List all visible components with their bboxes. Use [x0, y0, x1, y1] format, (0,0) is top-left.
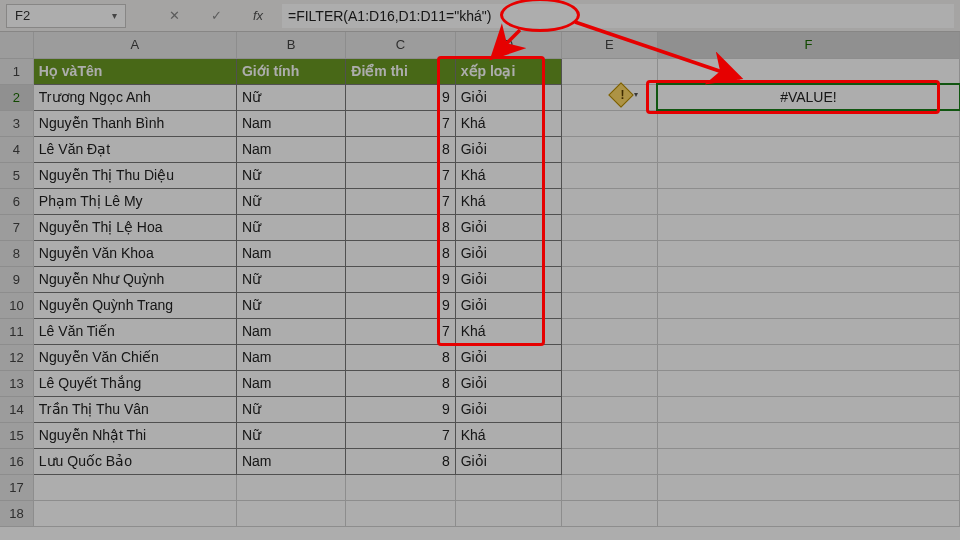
- cell[interactable]: [33, 500, 236, 526]
- cell[interactable]: Phạm Thị Lê My: [33, 188, 236, 214]
- row-header[interactable]: 9: [0, 266, 33, 292]
- row-header[interactable]: 8: [0, 240, 33, 266]
- cell[interactable]: Nữ: [236, 396, 345, 422]
- cell[interactable]: [561, 474, 657, 500]
- cell[interactable]: Nguyễn Quỳnh Trang: [33, 292, 236, 318]
- cell[interactable]: [561, 318, 657, 344]
- select-all-corner[interactable]: [0, 32, 33, 58]
- cell[interactable]: [561, 58, 657, 84]
- row-header[interactable]: 12: [0, 344, 33, 370]
- cell[interactable]: Giỏi: [455, 292, 561, 318]
- cell[interactable]: 9: [346, 396, 455, 422]
- cell[interactable]: [455, 474, 561, 500]
- cell[interactable]: Nữ: [236, 422, 345, 448]
- worksheet[interactable]: A B C D E F 1 Họ vàTên Giới tính Điểm th…: [0, 32, 960, 527]
- enter-check-icon[interactable]: ✓: [198, 8, 234, 23]
- selected-cell-f2[interactable]: #VALUE!: [657, 84, 959, 110]
- cell[interactable]: [657, 110, 959, 136]
- error-indicator[interactable]: ! ▾: [612, 90, 638, 99]
- cell[interactable]: Khá: [455, 318, 561, 344]
- row-header[interactable]: 11: [0, 318, 33, 344]
- cell[interactable]: [346, 500, 455, 526]
- row-header[interactable]: 13: [0, 370, 33, 396]
- cell[interactable]: Khá: [455, 110, 561, 136]
- cell[interactable]: 8: [346, 370, 455, 396]
- cell[interactable]: [657, 370, 959, 396]
- cell[interactable]: Khá: [455, 188, 561, 214]
- cell[interactable]: 7: [346, 422, 455, 448]
- cell[interactable]: [657, 162, 959, 188]
- cell[interactable]: Nguyễn Văn Chiến: [33, 344, 236, 370]
- cell[interactable]: [657, 318, 959, 344]
- cell[interactable]: [561, 500, 657, 526]
- cell[interactable]: Giỏi: [455, 344, 561, 370]
- cell[interactable]: [33, 474, 236, 500]
- row-header[interactable]: 7: [0, 214, 33, 240]
- cell[interactable]: [657, 266, 959, 292]
- cell[interactable]: Giỏi: [455, 370, 561, 396]
- cell[interactable]: [657, 396, 959, 422]
- cell[interactable]: [657, 136, 959, 162]
- row-header[interactable]: 16: [0, 448, 33, 474]
- cell[interactable]: Nam: [236, 136, 345, 162]
- cell[interactable]: [657, 188, 959, 214]
- cell[interactable]: 7: [346, 188, 455, 214]
- cell[interactable]: [657, 448, 959, 474]
- cell[interactable]: [236, 500, 345, 526]
- fx-icon[interactable]: fx: [240, 8, 276, 23]
- cell[interactable]: Nam: [236, 344, 345, 370]
- cell[interactable]: [561, 344, 657, 370]
- row-header[interactable]: 6: [0, 188, 33, 214]
- cell[interactable]: [657, 500, 959, 526]
- cell[interactable]: [657, 422, 959, 448]
- cell[interactable]: Lê Quyết Thắng: [33, 370, 236, 396]
- cell[interactable]: [346, 474, 455, 500]
- cell[interactable]: [657, 58, 959, 84]
- cell[interactable]: Nam: [236, 110, 345, 136]
- cell[interactable]: Điểm thi: [346, 58, 455, 84]
- cell[interactable]: Nữ: [236, 214, 345, 240]
- row-header[interactable]: 5: [0, 162, 33, 188]
- cell[interactable]: Họ vàTên: [33, 58, 236, 84]
- cell[interactable]: Lê Văn Tiến: [33, 318, 236, 344]
- col-header-F[interactable]: F: [657, 32, 959, 58]
- cell[interactable]: Nữ: [236, 292, 345, 318]
- cell[interactable]: [561, 240, 657, 266]
- cell[interactable]: 8: [346, 344, 455, 370]
- cell[interactable]: [657, 292, 959, 318]
- row-header[interactable]: 3: [0, 110, 33, 136]
- cell[interactable]: 7: [346, 110, 455, 136]
- cell[interactable]: Giỏi: [455, 214, 561, 240]
- cell[interactable]: 8: [346, 214, 455, 240]
- col-header-D[interactable]: D: [455, 32, 561, 58]
- cell[interactable]: 9: [346, 292, 455, 318]
- row-header[interactable]: 17: [0, 474, 33, 500]
- cell[interactable]: Khá: [455, 422, 561, 448]
- cell[interactable]: Giỏi: [455, 266, 561, 292]
- cell[interactable]: Nam: [236, 240, 345, 266]
- cell[interactable]: [561, 370, 657, 396]
- cell[interactable]: [236, 474, 345, 500]
- cell[interactable]: Nguyễn Như Quỳnh: [33, 266, 236, 292]
- cell[interactable]: [561, 266, 657, 292]
- row-header[interactable]: 10: [0, 292, 33, 318]
- cell[interactable]: xếp loại: [455, 58, 561, 84]
- cell[interactable]: Giỏi: [455, 396, 561, 422]
- cell[interactable]: [561, 422, 657, 448]
- cell[interactable]: [657, 240, 959, 266]
- cell[interactable]: [561, 396, 657, 422]
- cell[interactable]: [561, 136, 657, 162]
- cell[interactable]: Lưu Quốc Bảo: [33, 448, 236, 474]
- cell[interactable]: Giới tính: [236, 58, 345, 84]
- row-header[interactable]: 15: [0, 422, 33, 448]
- cell[interactable]: Giỏi: [455, 136, 561, 162]
- cell[interactable]: [561, 214, 657, 240]
- cell[interactable]: 7: [346, 318, 455, 344]
- row-header[interactable]: 18: [0, 500, 33, 526]
- cell[interactable]: Trương Ngọc Anh: [33, 84, 236, 110]
- cell[interactable]: [657, 474, 959, 500]
- cell[interactable]: 8: [346, 136, 455, 162]
- col-header-A[interactable]: A: [33, 32, 236, 58]
- cell[interactable]: [561, 448, 657, 474]
- cell[interactable]: Nam: [236, 370, 345, 396]
